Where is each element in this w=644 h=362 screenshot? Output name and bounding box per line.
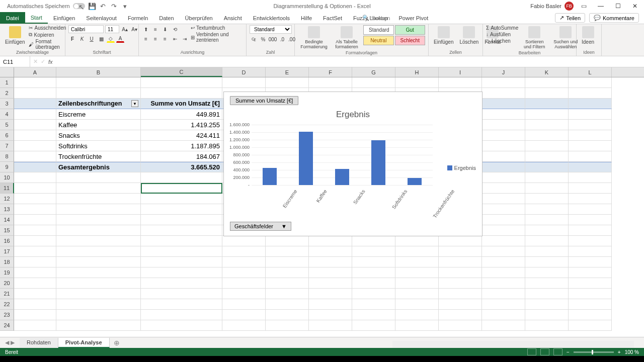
- row-header-24[interactable]: 24: [0, 320, 14, 331]
- cell-G22[interactable]: [352, 299, 395, 310]
- autosum-button[interactable]: ΣAutoSumme: [486, 25, 518, 31]
- cell-C13[interactable]: [141, 204, 222, 215]
- cell-H19[interactable]: [395, 267, 439, 278]
- normal-view-icon[interactable]: [527, 348, 536, 355]
- font-size-combo[interactable]: [105, 25, 119, 33]
- cell-B20[interactable]: [56, 278, 141, 289]
- chart-bar[interactable]: [371, 140, 385, 185]
- cell-H20[interactable]: [395, 278, 439, 289]
- align-left-icon[interactable]: ≡: [142, 35, 150, 43]
- italic-button[interactable]: K: [78, 35, 86, 43]
- cell-H21[interactable]: [395, 289, 439, 299]
- cell-L4[interactable]: [569, 109, 612, 120]
- zoom-in-icon[interactable]: +: [618, 349, 621, 355]
- row-header-1[interactable]: 1: [0, 77, 14, 88]
- cell-L1[interactable]: [569, 77, 612, 88]
- currency-icon[interactable]: ₠: [250, 35, 258, 43]
- comments-button[interactable]: 💬 Kommentare: [589, 13, 639, 23]
- chart-bar[interactable]: [335, 169, 349, 185]
- cell-J16[interactable]: [482, 236, 525, 246]
- tab-file[interactable]: Datei: [0, 12, 25, 24]
- cut-button[interactable]: ✂Ausschneiden: [29, 25, 66, 31]
- wrap-text-button[interactable]: ↩Textumbruch: [191, 25, 243, 31]
- cell-J1[interactable]: [482, 77, 525, 88]
- cell-K24[interactable]: [525, 320, 569, 331]
- cell-I20[interactable]: [439, 278, 482, 289]
- cell-B1[interactable]: [56, 77, 141, 88]
- increase-decimal-icon[interactable]: .0: [278, 35, 286, 43]
- cell-C23[interactable]: [141, 310, 222, 320]
- save-icon[interactable]: 💾: [88, 2, 96, 10]
- col-header-E[interactable]: E: [266, 67, 309, 77]
- cell-G18[interactable]: [352, 257, 395, 267]
- cell-C15[interactable]: [141, 225, 222, 236]
- pivot-chart[interactable]: Summe von Umsatz [€] Ergebnis -200.00040…: [223, 92, 482, 236]
- thousands-icon[interactable]: 000: [269, 35, 277, 43]
- fx-icon[interactable]: fx: [48, 59, 53, 65]
- cell-D17[interactable]: [222, 246, 266, 257]
- cell-A22[interactable]: [14, 299, 56, 310]
- align-middle-icon[interactable]: ≡: [151, 25, 159, 33]
- cell-H23[interactable]: [395, 310, 439, 320]
- cell-C22[interactable]: [141, 299, 222, 310]
- cell-A6[interactable]: [14, 130, 56, 141]
- font-name-combo[interactable]: [68, 25, 104, 33]
- row-header-23[interactable]: 23: [0, 310, 14, 320]
- cell-L17[interactable]: [569, 246, 612, 257]
- cell-F23[interactable]: [309, 310, 352, 320]
- cell-A11[interactable]: [14, 183, 56, 194]
- row-header-15[interactable]: 15: [0, 225, 14, 236]
- cell-E19[interactable]: [266, 267, 309, 278]
- cell-J12[interactable]: [482, 194, 525, 204]
- row-header-8[interactable]: 8: [0, 151, 14, 162]
- cell-B11[interactable]: [56, 183, 141, 194]
- row-header-5[interactable]: 5: [0, 120, 14, 130]
- cell-L11[interactable]: [569, 183, 612, 194]
- cell-G16[interactable]: [352, 236, 395, 246]
- cell-B21[interactable]: [56, 289, 141, 299]
- cell-K13[interactable]: [525, 204, 569, 215]
- row-header-3[interactable]: 3: [0, 99, 14, 109]
- cell-K8[interactable]: [525, 151, 569, 162]
- cell-H1[interactable]: [395, 77, 439, 88]
- align-top-icon[interactable]: ⬆: [142, 25, 150, 33]
- cell-F20[interactable]: [309, 278, 352, 289]
- row-header-2[interactable]: 2: [0, 88, 14, 99]
- cell-L13[interactable]: [569, 204, 612, 215]
- cell-K21[interactable]: [525, 289, 569, 299]
- cell-J13[interactable]: [482, 204, 525, 215]
- align-right-icon[interactable]: ≡: [161, 35, 169, 43]
- cell-L10[interactable]: [569, 172, 612, 183]
- cell-D16[interactable]: [222, 236, 266, 246]
- align-center-icon[interactable]: ≡: [151, 35, 159, 43]
- clear-button[interactable]: ◇Löschen: [486, 38, 518, 44]
- cell-A19[interactable]: [14, 267, 56, 278]
- cell-L20[interactable]: [569, 278, 612, 289]
- paste-button[interactable]: Einfügen: [3, 25, 27, 46]
- increase-font-icon[interactable]: A▴: [121, 25, 129, 33]
- cell-G20[interactable]: [352, 278, 395, 289]
- cell-D18[interactable]: [222, 257, 266, 267]
- cell-I16[interactable]: [439, 236, 482, 246]
- cell-C9[interactable]: 3.665.520: [141, 162, 222, 172]
- cell-A4[interactable]: [14, 109, 56, 120]
- cell-B10[interactable]: [56, 172, 141, 183]
- row-header-6[interactable]: 6: [0, 130, 14, 141]
- cell-A23[interactable]: [14, 310, 56, 320]
- cell-L16[interactable]: [569, 236, 612, 246]
- cell-J17[interactable]: [482, 246, 525, 257]
- cell-J9[interactable]: [482, 162, 525, 172]
- chart-bar[interactable]: [408, 178, 422, 185]
- tab-entwicklertools[interactable]: Entwicklertools: [248, 12, 295, 24]
- cell-C21[interactable]: [141, 289, 222, 299]
- cell-C1[interactable]: [141, 77, 222, 88]
- tab-überprüfen[interactable]: Überprüfen: [180, 12, 218, 24]
- cell-A16[interactable]: [14, 236, 56, 246]
- cell-B24[interactable]: [56, 320, 141, 331]
- cell-J11[interactable]: [482, 183, 525, 194]
- col-header-B[interactable]: B: [56, 67, 141, 77]
- cell-L22[interactable]: [569, 299, 612, 310]
- cell-E18[interactable]: [266, 257, 309, 267]
- cell-style-gut[interactable]: Gut: [395, 25, 426, 35]
- cell-J22[interactable]: [482, 299, 525, 310]
